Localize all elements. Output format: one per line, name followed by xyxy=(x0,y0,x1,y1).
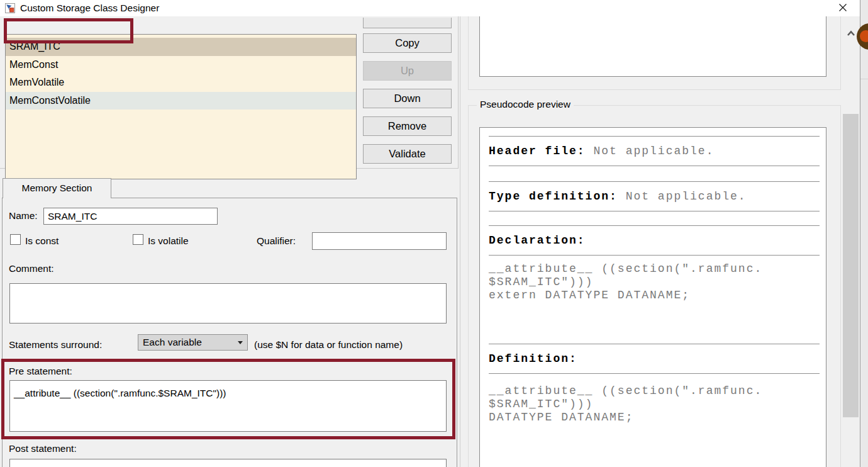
copy-button[interactable]: Copy xyxy=(363,33,452,53)
comment-textarea[interactable] xyxy=(9,283,447,324)
pre-statement-label: Pre statement: xyxy=(9,366,72,377)
chevron-down-icon xyxy=(238,341,243,344)
class-list-item[interactable]: SRAM_ITC xyxy=(6,38,356,56)
qualifier-input[interactable] xyxy=(312,232,447,250)
pseudocode-preview-legend: Pseudocode preview xyxy=(477,99,574,110)
down-button[interactable]: Down xyxy=(363,89,452,108)
pseudocode-content: Header file: Not applicable.Type definit… xyxy=(489,136,820,424)
remove-button[interactable]: Remove xyxy=(363,116,452,136)
panel-divider xyxy=(460,16,460,467)
pseudocode-section-heading: Declaration: xyxy=(489,226,820,255)
comment-label: Comment: xyxy=(9,263,54,274)
up-button[interactable]: Up xyxy=(363,61,452,81)
partial-button[interactable] xyxy=(363,18,452,28)
simulink-icon xyxy=(5,3,15,13)
pseudocode-section-heading: Definition: xyxy=(489,344,820,373)
storage-class-list[interactable]: SRAM_ITCMemConstMemVolatileMemConstVolat… xyxy=(5,34,357,179)
pseudocode-section-code: __attribute__ ((section(".ramfunc.$SRAM_… xyxy=(489,256,820,344)
pre-statement-textarea[interactable]: __attribute__ ((section(".ramfunc.$SRAM_… xyxy=(9,380,447,432)
top-preview-box xyxy=(479,16,826,77)
pseudocode-section-code xyxy=(489,166,820,181)
close-button[interactable] xyxy=(834,1,852,15)
post-statement-textarea[interactable] xyxy=(9,459,447,467)
class-list-item[interactable]: MemConstVolatile xyxy=(6,92,356,110)
pseudocode-section-heading: Header file: Not applicable. xyxy=(489,137,820,166)
name-label: Name: xyxy=(9,210,38,222)
is-volatile-checkbox[interactable] xyxy=(133,234,143,245)
class-list-item[interactable]: MemConst xyxy=(6,56,356,74)
pseudocode-section-code xyxy=(489,211,820,225)
statements-hint: (use $N for data or function name) xyxy=(254,339,403,351)
name-input[interactable] xyxy=(43,208,218,225)
qualifier-label: Qualifier: xyxy=(257,235,296,247)
scrollbar-thumb[interactable] xyxy=(843,114,859,417)
is-const-checkbox[interactable] xyxy=(10,234,21,245)
scroll-up-icon[interactable] xyxy=(847,28,855,39)
pseudocode-section-heading: Type definition: Not applicable. xyxy=(489,182,820,211)
right-edge-strip xyxy=(860,0,868,467)
pseudocode-preview-box: Header file: Not applicable.Type definit… xyxy=(479,127,826,467)
title-bar: Custom Storage Class Designer xyxy=(0,0,860,16)
class-list-item[interactable]: MemVolatile xyxy=(6,74,356,92)
is-const-label: Is const xyxy=(25,235,58,247)
post-statement-label: Post statement: xyxy=(9,443,77,454)
close-icon xyxy=(838,3,848,13)
is-volatile-label: Is volatile xyxy=(148,235,189,247)
pseudocode-section-code: __attribute__ ((section(".ramfunc.$SRAM_… xyxy=(489,374,820,424)
storage-class-list-group: SRAM_ITCMemConstMemVolatileMemConstVolat… xyxy=(0,16,459,169)
validate-button[interactable]: Validate xyxy=(363,144,452,164)
tab-memory-section[interactable]: Memory Section xyxy=(3,178,111,198)
statements-surround-value: Each variable xyxy=(143,337,202,347)
right-strip-line xyxy=(860,79,868,79)
statements-surround-select[interactable]: Each variable xyxy=(138,334,248,351)
window-title: Custom Storage Class Designer xyxy=(20,0,159,16)
statements-surround-label: Statements surround: xyxy=(9,339,102,351)
